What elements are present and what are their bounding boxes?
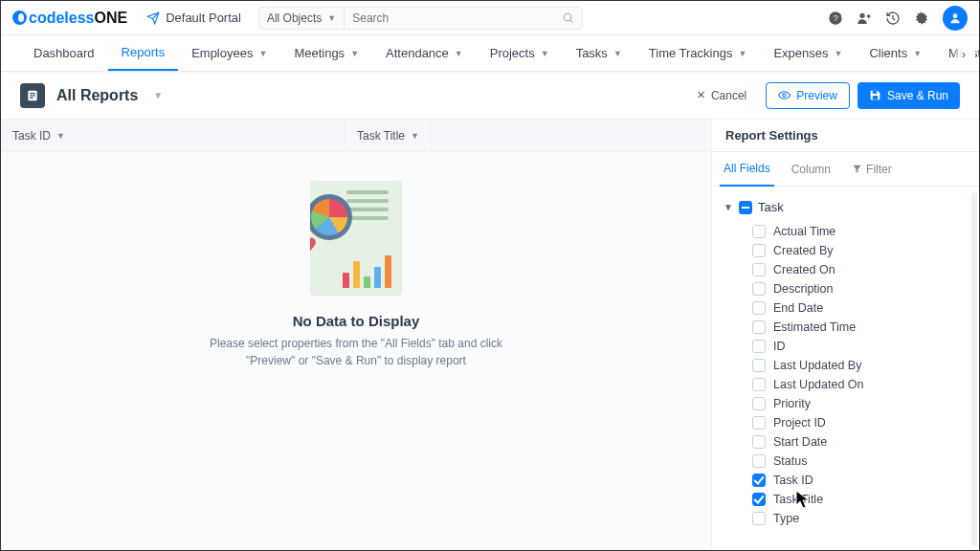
checkbox[interactable]	[752, 378, 766, 391]
portal-label: Default Portal	[166, 11, 241, 25]
checkbox[interactable]	[752, 244, 766, 257]
field-label: Type	[773, 512, 799, 525]
field-row[interactable]: Actual Time	[752, 222, 971, 241]
checkbox[interactable]	[752, 282, 766, 296]
field-row[interactable]: Created By	[752, 241, 971, 260]
field-label: Start Date	[773, 435, 827, 449]
field-label: Task ID	[773, 474, 813, 487]
checkbox[interactable]	[752, 340, 766, 353]
nav-label: Expenses	[773, 46, 828, 60]
svg-rect-12	[873, 96, 878, 99]
svg-rect-7	[30, 93, 35, 94]
nav-label: Employees	[191, 46, 253, 60]
column-header-task-id[interactable]: Task ID ▼	[1, 120, 345, 151]
field-label: Last Updated On	[773, 378, 864, 391]
close-icon: ✕	[697, 89, 705, 101]
nav-meetings[interactable]: Meetings▼	[280, 35, 372, 72]
field-group[interactable]: ▼ Task	[720, 196, 971, 218]
caret-down-icon: ▼	[738, 49, 746, 58]
checkbox[interactable]	[752, 301, 766, 315]
checkbox[interactable]	[752, 397, 766, 410]
svg-rect-9	[30, 97, 33, 98]
empty-art-icon	[310, 181, 402, 296]
field-row[interactable]: Description	[752, 279, 971, 298]
top-right-actions: ?	[828, 6, 968, 31]
field-row[interactable]: Type	[752, 509, 971, 528]
caret-down-icon: ▼	[455, 49, 463, 58]
svg-text:?: ?	[833, 13, 837, 23]
nav-projects[interactable]: Projects▼	[477, 35, 563, 72]
gear-icon[interactable]	[914, 11, 929, 26]
column-header-task-title[interactable]: Task Title ▼	[345, 120, 432, 151]
search-box[interactable]	[344, 7, 583, 30]
field-row[interactable]: Last Updated By	[752, 356, 971, 375]
svg-point-10	[783, 94, 786, 97]
field-row[interactable]: End Date	[752, 298, 971, 318]
tab-label: Filter	[866, 163, 892, 176]
save-run-button[interactable]: Save & Run	[858, 82, 960, 109]
nav-tasks[interactable]: Tasks▼	[563, 35, 635, 72]
field-row[interactable]: Project ID	[752, 413, 971, 432]
portal-switch[interactable]: Default Portal	[146, 11, 241, 25]
nav-time[interactable]: Time Trackings▼	[635, 35, 761, 72]
search-input[interactable]	[352, 11, 562, 25]
field-row[interactable]: Start Date	[752, 432, 971, 452]
nav-label: Time Trackings	[649, 46, 733, 60]
field-row[interactable]: Priority	[752, 394, 971, 413]
checkbox[interactable]	[752, 474, 766, 487]
main-nav: Dashboard Reports Employees▼ Meetings▼ A…	[1, 35, 979, 72]
brand-logo[interactable]: codelessONE	[12, 10, 127, 27]
nav-scroll-right[interactable]: ›	[952, 35, 975, 72]
help-icon[interactable]: ?	[828, 11, 843, 26]
checkbox[interactable]	[752, 263, 766, 276]
tab-filter[interactable]: Filter	[848, 152, 896, 187]
nav-label: Clients	[869, 46, 907, 60]
tab-all-fields[interactable]: All Fields	[720, 152, 774, 187]
object-select[interactable]: All Objects ▼	[258, 7, 344, 30]
field-row[interactable]: Created On	[752, 260, 971, 279]
checkbox[interactable]	[752, 225, 766, 238]
checkbox[interactable]	[752, 435, 766, 449]
field-row[interactable]: Last Updated On	[752, 375, 971, 394]
svg-rect-8	[30, 95, 35, 96]
body: Task ID ▼ Task Title ▼ No Data to Displa…	[1, 120, 979, 551]
checkbox[interactable]	[752, 512, 766, 525]
nav-label: Projects	[490, 46, 535, 60]
person-icon	[948, 11, 962, 25]
col-label: Task Title	[357, 129, 405, 143]
caret-down-icon: ▼	[56, 131, 65, 141]
cancel-button[interactable]: ✕ Cancel	[685, 82, 758, 109]
nav-employees[interactable]: Employees▼	[178, 35, 280, 72]
nav-reports[interactable]: Reports	[108, 35, 179, 72]
checkbox[interactable]	[752, 454, 766, 468]
field-row[interactable]: Status	[752, 452, 971, 471]
user-avatar[interactable]	[943, 6, 968, 31]
preview-label: Preview	[796, 89, 837, 102]
scrollbar[interactable]	[971, 192, 977, 546]
tab-column[interactable]: Column	[788, 152, 835, 187]
tab-label: Column	[791, 163, 831, 176]
field-row[interactable]: Task Title	[752, 490, 971, 509]
field-row[interactable]: Task ID	[752, 471, 971, 490]
svg-point-0	[564, 13, 571, 21]
report-icon	[20, 83, 45, 108]
preview-button[interactable]: Preview	[766, 82, 850, 109]
sidebar-title: Report Settings	[712, 120, 979, 152]
caret-down-icon: ▼	[834, 49, 842, 58]
history-icon[interactable]	[885, 11, 901, 26]
nav-clients[interactable]: Clients▼	[856, 35, 935, 72]
field-label: ID	[773, 340, 786, 353]
title-caret-icon[interactable]: ▼	[153, 90, 163, 100]
field-row[interactable]: ID	[752, 337, 971, 356]
checkbox[interactable]	[752, 416, 766, 430]
svg-rect-11	[873, 91, 877, 94]
caret-down-icon: ▼	[913, 49, 922, 58]
checkbox[interactable]	[752, 320, 766, 334]
nav-expenses[interactable]: Expenses▼	[760, 35, 856, 72]
add-user-icon[interactable]	[857, 11, 872, 26]
checkbox[interactable]	[752, 359, 766, 372]
nav-attendance[interactable]: Attendance▼	[372, 35, 477, 72]
field-row[interactable]: Estimated Time	[752, 318, 971, 337]
nav-dashboard[interactable]: Dashboard	[20, 35, 108, 72]
checkbox[interactable]	[752, 493, 766, 506]
